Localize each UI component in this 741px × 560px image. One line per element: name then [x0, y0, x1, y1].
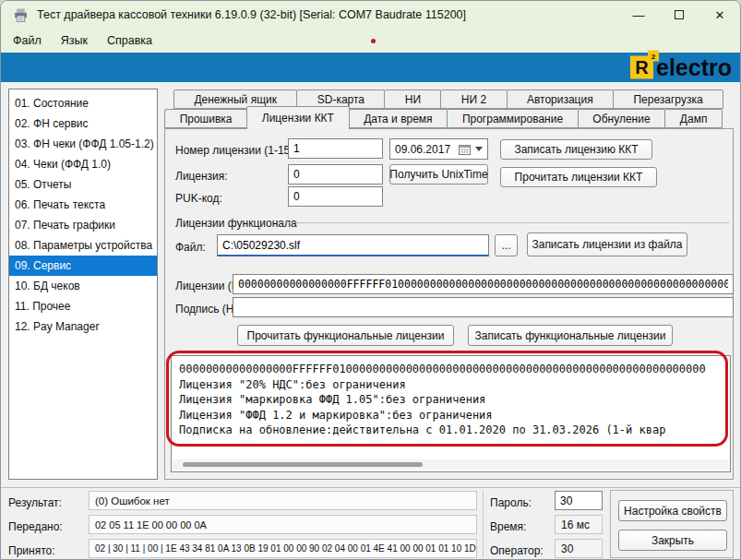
sidebar-item[interactable]: 01. Состояние [9, 93, 157, 113]
logo-r-icon: R 2 [630, 56, 653, 79]
brand-logo: R 2 electro [630, 54, 732, 81]
operator-field: 30 [555, 539, 603, 558]
license-label: Лицензия: [175, 170, 228, 183]
console-line: Подписка на обновление:действительна с 0… [179, 423, 723, 438]
browse-button[interactable]: ... [495, 234, 518, 256]
group-box-line [281, 222, 729, 223]
get-unixtime-button[interactable]: Получить UnixTime [389, 164, 488, 185]
write-func-licenses-button[interactable]: Записать функциональные лицензии [468, 325, 673, 346]
logo-word: electro [656, 54, 732, 81]
tab[interactable]: НИ 2 [440, 89, 507, 109]
maximize-icon [675, 10, 684, 19]
write-license-button[interactable]: Записать лицензию ККТ [500, 139, 652, 160]
status-divider [483, 490, 484, 558]
read-licenses-button[interactable]: Прочитать лицензии ККТ [500, 167, 657, 187]
licenses-tab-panel: Номер лицензии (1-15) 09.06.2017 Записат… [164, 128, 734, 480]
minimize-icon: — [633, 8, 645, 22]
tab[interactable]: Обнуление [578, 109, 666, 128]
sidebar-item[interactable]: 11. Прочее [9, 296, 157, 316]
sidebar-item[interactable]: 03. ФН чеки (ФФД 1.05-1.2) [9, 134, 157, 154]
menu-red-dot [371, 39, 376, 43]
menu-item[interactable]: Справка [107, 34, 152, 47]
tab-row-2: ПрошивкаЛицензии ККТДата и времяПрограмм… [164, 109, 722, 128]
sidebar-item[interactable]: 05. Отчеты [9, 174, 157, 195]
time-field: 16 мс [555, 515, 603, 534]
hex-licenses-input[interactable] [233, 274, 734, 294]
app-icon [13, 7, 29, 23]
password-label: Пароль: [490, 496, 532, 509]
sidebar-item[interactable]: 06. Печать текста [9, 195, 157, 215]
minimize-button[interactable]: — [618, 1, 659, 29]
close-app-button[interactable]: Закрыть [618, 530, 727, 551]
date-value: 09.06.2017 [395, 143, 450, 156]
file-label: Файл: [175, 241, 206, 254]
license-number-input[interactable] [288, 138, 383, 159]
menu-item[interactable]: Файл [13, 34, 42, 47]
tab[interactable]: Программирование [447, 109, 578, 128]
time-label: Время: [490, 520, 526, 533]
sidebar-item[interactable]: 07. Печать графики [9, 215, 157, 235]
tab[interactable]: Авторизация [507, 89, 615, 109]
sidebar-list: 01. Состояние02. ФН сервис03. ФН чеки (Ф… [8, 89, 158, 480]
logo-superscript: 2 [648, 51, 659, 62]
sidebar-item[interactable]: 12. Pay Manager [9, 316, 157, 337]
license-number-label: Номер лицензии (1-15) [175, 144, 293, 157]
write-from-file-button[interactable]: Записать лицензии из файла [527, 232, 687, 256]
window-title: Тест драйвера кассовой техники 6.19.0.9 … [37, 8, 466, 21]
signature-input[interactable] [233, 297, 734, 317]
tab[interactable]: Дата и время [349, 109, 448, 128]
tab[interactable]: НИ [384, 89, 441, 109]
tab[interactable]: Дамп [664, 109, 723, 128]
password-input[interactable] [555, 491, 603, 510]
sidebar-item[interactable]: 08. Параметры устройства [9, 235, 157, 256]
close-icon: ✕ [715, 8, 725, 22]
logo-letter: R [635, 57, 648, 78]
chevron-down-icon [475, 147, 483, 151]
received-field: 02 | 30 | 11 | 00 | 1E 43 34 81 0A 13 0B… [89, 539, 477, 558]
read-func-licenses-button[interactable]: Прочитать функциональные лицензии [237, 325, 454, 346]
sidebar-item[interactable]: 02. ФН сервис [9, 113, 157, 134]
tab[interactable]: Прошивка [164, 109, 247, 128]
app-window: Тест драйвера кассовой техники 6.19.0.9 … [0, 0, 741, 560]
sidebar-item[interactable]: 09. Сервис [9, 256, 157, 276]
console-line: Лицензия "маркировка ФФД 1.05":без огран… [179, 392, 723, 408]
result-field: (0) Ошибок нет [89, 491, 477, 510]
settings-button[interactable]: Настройка свойств [618, 500, 727, 521]
title-bar: Тест драйвера кассовой техники 6.19.0.9 … [1, 1, 740, 29]
operator-label: Оператор: [490, 544, 544, 557]
scrollbar-thumb[interactable] [183, 462, 423, 467]
brand-banner: R 2 electro [1, 53, 740, 82]
license-output-console[interactable]: 00000000000000000FFFFFF01000000000000000… [171, 355, 731, 472]
console-hscrollbar[interactable] [173, 459, 729, 470]
tab[interactable]: Перезагрузка [613, 89, 723, 109]
puk-input[interactable] [288, 186, 383, 207]
tab[interactable]: Лицензии ККТ [246, 106, 349, 129]
file-path-input[interactable] [217, 234, 489, 256]
tab-control: Денежный ящикSD-картаНИНИ 2АвторизацияПе… [163, 89, 735, 481]
puk-label: PUK-код: [175, 192, 222, 205]
maximize-button[interactable] [659, 1, 699, 29]
group-title: Лицензии функционала [175, 217, 297, 230]
console-line: Лицензия "20% НДС":без ограничения [179, 377, 723, 393]
console-line: 00000000000000000FFFFFF01000000000000000… [179, 362, 723, 377]
sidebar-item[interactable]: 10. БД чеков [9, 276, 157, 296]
sidebar-item[interactable]: 04. Чеки (ФФД 1.0) [9, 154, 157, 174]
close-button[interactable]: ✕ [699, 1, 740, 29]
sent-label: Передано: [8, 520, 63, 533]
status-separator [1, 487, 741, 488]
date-picker[interactable]: 09.06.2017 [389, 138, 488, 160]
calendar-icon [459, 144, 471, 155]
received-label: Принято: [8, 544, 55, 557]
action-button-panel: Настройка свойств Закрыть [610, 490, 734, 558]
result-label: Результат: [8, 496, 62, 509]
menu-item[interactable]: Язык [61, 34, 88, 47]
license-input[interactable] [288, 164, 383, 185]
sent-field: 02 05 11 1E 00 00 00 0A [89, 515, 477, 534]
console-line: Лицензия "ФФД 1.2 и маркировка":без огра… [179, 408, 723, 423]
